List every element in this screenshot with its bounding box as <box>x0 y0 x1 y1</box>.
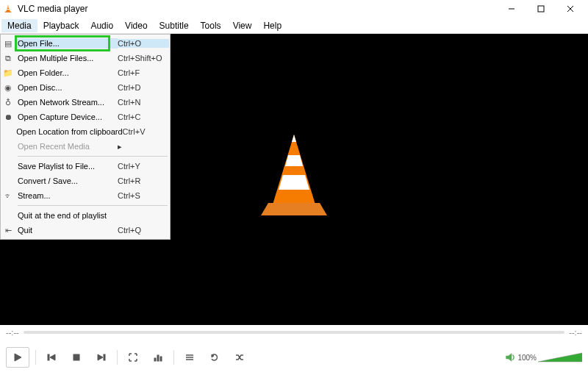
prev-icon <box>46 352 57 362</box>
menu-open-disc[interactable]: ◉ Open Disc... Ctrl+D <box>1 80 169 95</box>
menu-stream[interactable]: ᯤ Stream... Ctrl+S <box>1 188 169 203</box>
capture-icon: ⏺ <box>1 113 15 121</box>
time-elapsed: --:-- <box>6 328 19 337</box>
seekbar: --:-- --:-- <box>0 325 588 340</box>
volume-percent: 100% <box>517 354 537 362</box>
volume-control[interactable]: 100% <box>504 351 582 363</box>
minimize-button[interactable] <box>497 0 526 18</box>
svg-rect-14 <box>48 354 49 360</box>
menu-quit[interactable]: ⇤ Quit Ctrl+Q <box>1 223 169 238</box>
svg-marker-13 <box>15 354 21 361</box>
file-icon: ▤ <box>1 39 15 49</box>
menu-convert-save[interactable]: Convert / Save... Ctrl+R <box>1 174 169 188</box>
playlist-button[interactable] <box>180 349 199 366</box>
svg-marker-15 <box>50 354 55 360</box>
speaker-icon <box>504 351 516 363</box>
files-icon: ⧉ <box>1 54 15 63</box>
shuffle-icon <box>234 352 245 362</box>
menu-view[interactable]: View <box>227 19 258 32</box>
previous-button[interactable] <box>42 349 61 366</box>
svg-marker-27 <box>538 353 582 362</box>
close-button[interactable] <box>556 0 585 18</box>
vlc-cone-icon <box>3 4 13 14</box>
svg-rect-20 <box>157 355 159 361</box>
quit-icon: ⇤ <box>1 226 15 235</box>
loop-button[interactable] <box>205 349 224 366</box>
stop-button[interactable] <box>67 349 86 366</box>
menu-audio[interactable]: Audio <box>85 19 119 32</box>
window-title: VLC media player <box>18 4 497 14</box>
svg-rect-1 <box>7 7 10 7</box>
separator <box>173 350 174 365</box>
next-button[interactable] <box>92 349 111 366</box>
volume-slider[interactable] <box>538 351 582 363</box>
playlist-icon <box>184 352 195 362</box>
shuffle-button[interactable] <box>230 349 249 366</box>
equalizer-icon <box>153 352 163 362</box>
menu-open-multiple-files[interactable]: ⧉ Open Multiple Files... Ctrl+Shift+O <box>1 51 169 65</box>
menu-tools[interactable]: Tools <box>195 19 227 32</box>
titlebar: VLC media player <box>0 0 588 18</box>
menu-separator <box>18 205 168 206</box>
next-icon <box>96 352 107 362</box>
fullscreen-button[interactable] <box>123 349 143 366</box>
menu-playback[interactable]: Playback <box>37 19 85 32</box>
play-icon <box>12 352 23 362</box>
menu-media[interactable]: Media <box>1 19 37 32</box>
disc-icon: ◉ <box>1 83 15 93</box>
time-total: --:-- <box>569 328 582 337</box>
svg-marker-11 <box>279 175 309 190</box>
menu-help[interactable]: Help <box>257 19 287 32</box>
menu-quit-end-playlist[interactable]: Quit at the end of playlist <box>1 208 169 223</box>
separator <box>35 350 36 365</box>
svg-marker-0 <box>6 4 10 12</box>
menu-open-recent-media[interactable]: Open Recent Media ▸ <box>1 139 169 154</box>
extended-settings-button[interactable] <box>148 349 168 366</box>
folder-icon: 📁 <box>1 68 15 78</box>
svg-marker-9 <box>292 135 296 142</box>
svg-rect-19 <box>154 358 156 361</box>
svg-rect-18 <box>104 354 105 360</box>
menu-open-folder[interactable]: 📁 Open Folder... Ctrl+F <box>1 65 169 80</box>
svg-rect-21 <box>160 357 162 361</box>
menu-video[interactable]: Video <box>119 19 153 32</box>
seek-track[interactable] <box>24 331 565 334</box>
menu-separator <box>18 156 168 157</box>
media-dropdown: ▤ Open File... Ctrl+O ⧉ Open Multiple Fi… <box>0 34 171 240</box>
menu-open-network-stream[interactable]: ♁ Open Network Stream... Ctrl+N <box>1 95 169 110</box>
stream-icon: ᯤ <box>1 191 15 200</box>
loop-icon <box>209 352 220 362</box>
menu-subtitle[interactable]: Subtitle <box>154 19 195 32</box>
submenu-arrow-icon: ▸ <box>118 142 169 151</box>
menubar: Media Playback Audio Video Subtitle Tool… <box>0 18 588 34</box>
svg-rect-5 <box>538 6 544 12</box>
menu-open-location-clipboard[interactable]: Open Location from clipboard Ctrl+V <box>1 124 169 139</box>
network-icon: ♁ <box>1 98 15 107</box>
svg-rect-3 <box>5 12 11 12</box>
menu-open-file[interactable]: ▤ Open File... Ctrl+O <box>1 36 169 51</box>
vlc-cone-logo <box>254 131 334 219</box>
svg-marker-26 <box>506 353 512 361</box>
controls-bar: 100% <box>0 340 588 375</box>
svg-marker-12 <box>261 203 327 215</box>
svg-rect-2 <box>7 9 10 10</box>
stop-icon <box>71 352 82 362</box>
svg-marker-10 <box>285 155 303 166</box>
menu-open-capture-device[interactable]: ⏺ Open Capture Device... Ctrl+C <box>1 110 169 124</box>
svg-marker-8 <box>273 135 315 204</box>
fullscreen-icon <box>128 352 138 362</box>
menu-save-playlist[interactable]: Save Playlist to File... Ctrl+Y <box>1 159 169 174</box>
svg-marker-17 <box>98 354 103 360</box>
svg-rect-16 <box>74 354 79 360</box>
maximize-button[interactable] <box>526 0 556 18</box>
play-button[interactable] <box>6 347 29 368</box>
separator <box>117 350 118 365</box>
